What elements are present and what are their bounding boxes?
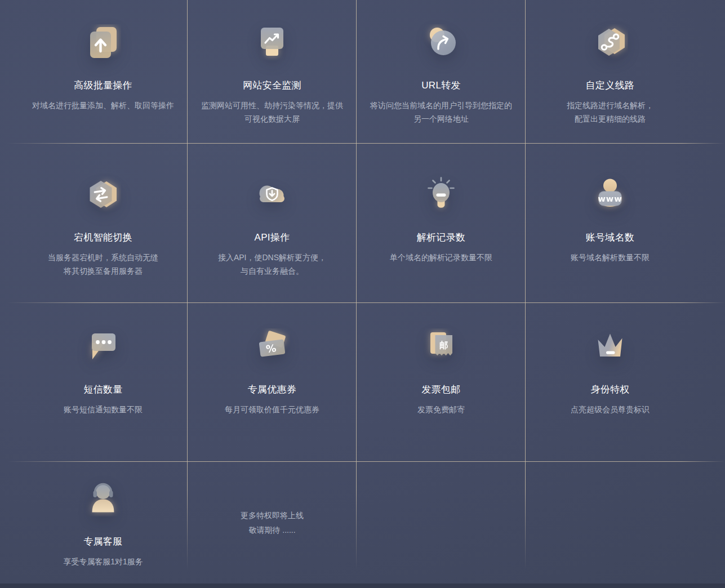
feature-title: 解析记录数 [417,231,466,244]
vip-privileges-section: 高级批量操作 对域名进行批量添加、解析、取回等操作 网站安全监测 监测网站可用性… [0,0,725,588]
batch-upload-icon [85,24,121,60]
feature-title: 发票包邮 [421,383,460,396]
feature-card-api: API操作 接入API，使DNS解析更方便， 与自有业务融合。 [188,144,357,302]
feature-card-support: 专属客服 享受专属客服1对1服务 [19,462,188,583]
feature-description: 账号短信通知数量不限 [64,403,143,416]
coming-soon-card: 更多特权即将上线 敬请期待 ...... [188,462,357,583]
site-monitor-icon [254,24,290,60]
feature-title: URL转发 [421,79,461,92]
feature-title: 高级批量操作 [74,79,132,92]
feature-title: 短信数量 [83,383,122,396]
failover-switch-icon [85,176,121,212]
empty-card [526,462,695,583]
support-agent-icon [85,480,121,516]
coming-soon-text: 更多特权即将上线 敬请期待 ...... [241,508,304,537]
feature-card-vip-badge: 身份特权 点亮超级会员尊贵标识 [526,303,695,461]
feature-description: 指定线路进行域名解析， 配置出更精细的线路 [567,99,653,126]
account-domain-icon: www [592,176,628,212]
coupon-ticket-icon: % [254,328,290,364]
feature-card-failover: 宕机智能切换 当服务器宕机时，系统自动无缝 将其切换至备用服务器 [19,144,188,302]
feature-description: 接入API，使DNS解析更方便， 与自有业务融合。 [218,251,326,278]
custom-line-icon [592,24,628,60]
feature-description: 将访问您当前域名的用户引导到您指定的 另一个网络地址 [370,99,512,126]
feature-description: 享受专属客服1对1服务 [63,555,143,568]
feature-card-record-count: 解析记录数 单个域名的解析记录数量不限 [357,144,526,302]
feature-description: 发票免费邮寄 [417,403,465,416]
feature-title: 账号域名数 [586,231,635,244]
feature-card-account-domains: www 账号域名数 账号域名解析数量不限 [526,144,695,302]
feature-card-invoice: 邮 发票包邮 发票免费邮寄 [357,303,526,461]
feature-title: API操作 [255,231,290,244]
mail-char-label: 邮 [439,340,448,350]
feature-title: 身份特权 [590,383,629,396]
api-cloud-icon [254,176,290,212]
invoice-mail-icon: 邮 [423,328,459,364]
empty-card [357,462,526,583]
feature-description: 监测网站可用性、劫持污染等情况，提供 可视化数据大屏 [201,99,343,126]
feature-title: 网站安全监测 [243,79,301,92]
percent-label: % [265,342,277,355]
www-label: www [598,194,622,203]
feature-description: 单个域名的解析记录数量不限 [390,251,492,264]
feature-title: 专属客服 [83,535,122,548]
feature-description: 账号域名解析数量不限 [571,251,650,264]
sms-bubble-icon [85,328,121,364]
feature-description: 对域名进行批量添加、解析、取回等操作 [32,99,174,112]
feature-title: 宕机智能切换 [74,231,132,244]
feature-card-site-monitor: 网站安全监测 监测网站可用性、劫持污染等情况，提供 可视化数据大屏 [188,0,357,143]
feature-card-coupon: % 专属优惠券 每月可领取价值千元优惠券 [188,303,357,461]
feature-title: 自定义线路 [586,79,635,92]
feature-card-sms: 短信数量 账号短信通知数量不限 [19,303,188,461]
feature-description: 当服务器宕机时，系统自动无缝 将其切换至备用服务器 [48,251,158,278]
feature-card-batch-operations: 高级批量操作 对域名进行批量添加、解析、取回等操作 [19,0,188,143]
feature-title: 专属优惠券 [248,383,297,396]
feature-card-url-forward: URL转发 将访问您当前域名的用户引导到您指定的 另一个网络地址 [357,0,526,143]
vip-crown-icon [592,328,628,364]
feature-description: 每月可领取价值千元优惠券 [225,403,319,416]
url-forward-icon [423,24,459,60]
feature-card-custom-line: 自定义线路 指定线路进行域名解析， 配置出更精细的线路 [526,0,695,143]
feature-description: 点亮超级会员尊贵标识 [571,403,650,416]
record-count-bulb-icon [423,176,459,212]
section-bottom-divider [0,583,725,588]
